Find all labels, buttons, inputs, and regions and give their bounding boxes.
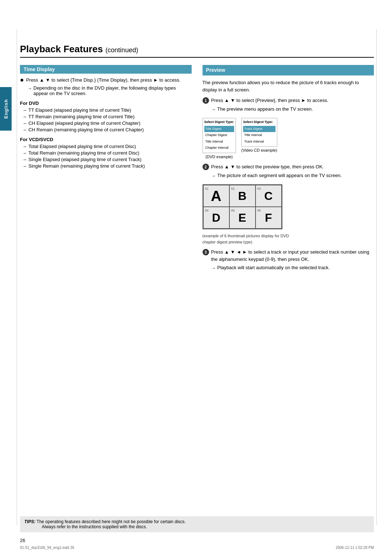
thumb-num-05: 05 xyxy=(231,208,235,213)
vcd-digest-row-0[interactable]: Track Digest xyxy=(243,126,275,132)
vcd-item-2: Total Remain (remaining playing time of … xyxy=(28,150,139,156)
step2-text: Press ▲ ▼ to select the preview type, th… xyxy=(211,164,324,169)
step2-content: Press ▲ ▼ to select the preview type, th… xyxy=(211,163,374,181)
dvd-example-label: (DVD example) xyxy=(203,154,236,160)
footer-info: 01-51_dvp3166_94_eng1.indd 26 2006-12-11… xyxy=(20,546,374,550)
vcd-example-label: (Video CD example) xyxy=(241,147,277,153)
dash-icon: – xyxy=(24,150,26,156)
vcd-digest-title: Select Digest Type: xyxy=(243,120,275,125)
preview-column: Preview The preview function allows you … xyxy=(203,65,374,276)
list-item: – Single Remain (remaining playing time … xyxy=(20,163,192,169)
footer-file-left: 01-51_dvp3166_94_eng1.indd 26 xyxy=(20,546,74,550)
arrow-icon: → xyxy=(211,264,216,272)
time-display-intro: ● Press ▲ ▼ to select {Time Disp.} (Time… xyxy=(20,77,192,83)
page-title-continued: (continued) xyxy=(106,46,138,54)
vcd-digest-row-1[interactable]: Title Interval xyxy=(243,132,275,139)
step1-arrow-line: → The preview menu appears on the TV scr… xyxy=(211,106,374,113)
step1-text: Press ▲ ▼ to select {Preview}, then pres… xyxy=(211,98,328,103)
list-item: – TT Remain (remaining playing time of c… xyxy=(20,114,192,119)
dash-icon: – xyxy=(24,157,26,162)
thumb-cell-f: 06 F xyxy=(256,207,282,229)
dvd-digest-row-0[interactable]: Title Digest xyxy=(204,126,234,132)
dash-icon: – xyxy=(24,163,26,169)
preview-header: Preview xyxy=(203,65,374,75)
dash-icon: – xyxy=(24,144,26,149)
digest-boxes: Select Digest Type: Title Digest Chapter… xyxy=(203,118,374,160)
thumb-label-a: A xyxy=(211,185,221,207)
step3-arrow-text: Playback will start automatically on the… xyxy=(217,264,330,271)
margin-line-left xyxy=(17,29,17,525)
thumbnail-grid: 01 A 02 B 03 C 04 D xyxy=(203,184,282,229)
two-column-layout: Time Display ● Press ▲ ▼ to select {Time… xyxy=(20,65,374,276)
dash-icon: – xyxy=(24,127,26,132)
step2-arrow-text: The picture of each segment will appears… xyxy=(217,172,342,179)
step2-arrow-line: → The picture of each segment will appea… xyxy=(211,172,374,180)
dvd-digest-box-wrapper: Select Digest Type: Title Digest Chapter… xyxy=(203,118,236,160)
thumb-cell-e: 05 E xyxy=(229,207,256,229)
main-content: Playback Features (continued) Time Displ… xyxy=(20,0,374,276)
step3-arrow-line: → Playback will start automatically on t… xyxy=(211,264,374,272)
for-vcd-header: For VCD/SVCD xyxy=(20,137,192,142)
dvd-digest-row-3[interactable]: Chapter Interval xyxy=(204,145,234,151)
tips-line1: The operating features described here mi… xyxy=(37,519,186,524)
time-display-intro-text: Press ▲ ▼ to select {Time Disp.} (Time D… xyxy=(26,77,181,83)
preview-intro: The preview function allows you to reduc… xyxy=(203,79,374,93)
time-display-arrow-line: → Depending on the disc in the DVD playe… xyxy=(27,85,192,96)
step-number-2: 2 xyxy=(203,164,209,170)
page-title: Playback Features (continued) xyxy=(20,44,374,58)
dvd-item-4: CH Remain (remaining playing time of cur… xyxy=(28,127,144,132)
page-number: 26 xyxy=(20,538,25,543)
dash-icon: – xyxy=(24,114,26,119)
step1-content: Press ▲ ▼ to select {Preview}, then pres… xyxy=(211,97,374,114)
list-item: – CH Remain (remaining playing time of c… xyxy=(20,127,192,132)
dvd-item-2: TT Remain (remaining playing time of cur… xyxy=(28,114,134,119)
dvd-item-3: CH Elapsed (elapsed playing time of curr… xyxy=(28,120,140,126)
list-item: – Single Elapsed (elapsed playing time o… xyxy=(20,157,192,162)
margin-line-right xyxy=(376,29,377,525)
preview-step2: 2 Press ▲ ▼ to select the preview type, … xyxy=(203,163,374,181)
tips-label: TIPS: xyxy=(24,519,36,524)
dvd-list: – TT Elapsed (elapsed playing time of cu… xyxy=(20,107,192,132)
dvd-digest-title: Select Digest Type: xyxy=(204,120,234,125)
thumb-label-d: D xyxy=(212,209,220,226)
thumb-num-04: 04 xyxy=(205,208,209,213)
time-display-header: Time Display xyxy=(20,65,192,74)
tips-line2: Always refer to the instructions supplie… xyxy=(42,524,147,529)
vcd-list: – Total Elapsed (elapsed playing time of… xyxy=(20,144,192,169)
thumb-num-01: 01 xyxy=(205,186,209,192)
thumb-label-b: B xyxy=(238,187,246,205)
vcd-digest-box-wrapper: Select Digest Type: Track Digest Title I… xyxy=(241,118,277,160)
thumb-cell-d: 04 D xyxy=(203,207,229,229)
step-number-1: 1 xyxy=(203,97,209,104)
bullet-icon: ● xyxy=(20,77,24,83)
dvd-digest-row-2[interactable]: Title Interval xyxy=(204,139,234,145)
tips-box: TIPS: The operating features described h… xyxy=(20,516,374,532)
thumb-cell-a: 01 A xyxy=(203,185,229,207)
time-display-arrow-block: → Depending on the disc in the DVD playe… xyxy=(27,85,192,96)
thumb-label-e: E xyxy=(238,209,246,226)
list-item: – Total Elapsed (elapsed playing time of… xyxy=(20,144,192,149)
step-number-3: 3 xyxy=(203,249,209,255)
dvd-digest-row-1[interactable]: Chapter Digest xyxy=(204,132,234,139)
arrow-icon: → xyxy=(211,172,216,180)
dvd-item-1: TT Elapsed (elapsed playing time of curr… xyxy=(28,107,131,113)
dash-icon: – xyxy=(24,107,26,113)
preview-step1: 1 Press ▲ ▼ to select {Preview}, then pr… xyxy=(203,97,374,114)
dash-icon: – xyxy=(24,120,26,126)
thumb-cell-c: 03 C xyxy=(256,185,282,207)
vcd-item-4: Single Remain (remaining playing time of… xyxy=(28,163,145,169)
thumb-num-02: 02 xyxy=(231,186,235,192)
vcd-item-3: Single Elapsed (elapsed playing time of … xyxy=(28,157,141,162)
page-wrapper: English Playback Features (continued) Ti… xyxy=(0,0,392,554)
language-tab: English xyxy=(0,87,12,131)
vcd-item-1: Total Elapsed (elapsed playing time of c… xyxy=(28,144,136,149)
time-display-column: Time Display ● Press ▲ ▼ to select {Time… xyxy=(20,65,192,170)
preview-step3: 3 Press ▲ ▼ ◄ ► to select a track or inp… xyxy=(203,249,374,273)
footer-file-right: 2006-12-11 1:02:28 PM xyxy=(336,546,374,550)
list-item: – TT Elapsed (elapsed playing time of cu… xyxy=(20,107,192,113)
time-display-arrow-text: Depending on the disc in the DVD player,… xyxy=(33,85,192,96)
step3-text: Press ▲ ▼ ◄ ► to select a track or input… xyxy=(211,249,369,262)
grid-caption: (example of 6 thumbnail pictures display… xyxy=(203,233,293,245)
vcd-digest-row-2[interactable]: Track Interval xyxy=(243,139,275,145)
thumb-label-c: C xyxy=(264,187,273,205)
